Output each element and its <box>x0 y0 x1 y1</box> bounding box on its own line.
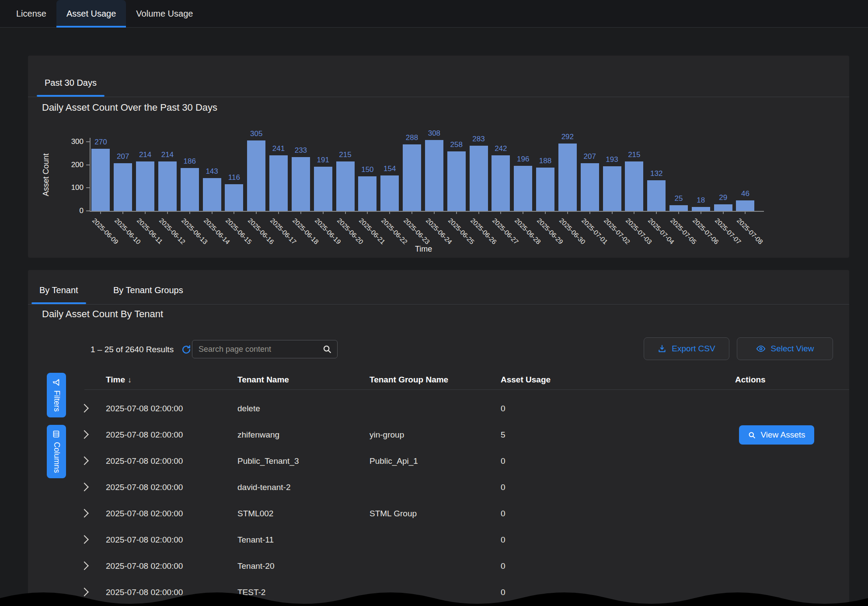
chart-bar <box>647 180 666 211</box>
chart-bar <box>203 178 221 211</box>
bar-value-label: 186 <box>176 157 204 166</box>
search-input[interactable] <box>192 345 322 354</box>
chart-bar <box>736 200 754 211</box>
chart-bar <box>514 166 532 211</box>
view-assets-button[interactable]: View Assets <box>739 425 814 445</box>
export-csv-label: Export CSV <box>672 344 715 354</box>
x-tick-mark <box>612 211 613 214</box>
column-header-tenant-group-name[interactable]: Tenant Group Name <box>370 375 448 385</box>
top-tab-asset-usage[interactable]: Asset Usage <box>56 0 126 27</box>
x-tick-mark <box>634 211 634 214</box>
column-header-label: Tenant Name <box>237 375 289 385</box>
row-expand-chevron-icon[interactable] <box>80 483 89 491</box>
table-row: 2025-07-08 02:00:00david-tenant-20 <box>28 474 849 501</box>
column-header-actions[interactable]: Actions <box>735 375 766 385</box>
chart-bar <box>158 161 177 211</box>
select-view-button[interactable]: Select View <box>737 337 833 360</box>
cell-asset-usage: 0 <box>501 483 505 492</box>
tabs-divider <box>28 97 849 97</box>
row-expand-chevron-icon[interactable] <box>80 404 89 413</box>
bar-value-label: 242 <box>487 144 515 153</box>
column-header-label: Time <box>106 375 125 385</box>
column-header-time[interactable]: Time↓ <box>106 375 132 385</box>
row-expand-chevron-icon[interactable] <box>80 588 89 596</box>
refresh-button[interactable] <box>181 345 191 354</box>
bar-value-label: 154 <box>376 165 404 173</box>
y-axis-title: Asset Count <box>42 153 51 196</box>
x-tick-mark <box>434 211 435 214</box>
column-header-tenant-name[interactable]: Tenant Name <box>237 375 289 385</box>
bar-value-label: 132 <box>642 169 670 178</box>
refresh-icon <box>181 345 191 354</box>
filter-icon <box>52 378 60 386</box>
x-tick-mark <box>122 211 123 214</box>
x-tick-mark <box>189 211 190 214</box>
bar-value-label: 308 <box>420 129 448 138</box>
table-row: 2025-07-08 02:00:00delete0 <box>28 396 849 422</box>
cell-tenant-name: Public_Tenant_3 <box>237 456 299 466</box>
x-tick-mark <box>145 211 146 214</box>
x-tick-mark <box>745 211 746 214</box>
cell-time: 2025-07-08 02:00:00 <box>106 456 183 466</box>
y-tick-mark <box>86 187 90 188</box>
cell-time: 2025-07-08 02:00:00 <box>106 430 183 440</box>
results-row: 1 – 25 of 2640 Results <box>91 339 191 361</box>
x-tick-mark <box>323 211 324 214</box>
row-expand-chevron-icon[interactable] <box>80 509 89 518</box>
chart-bar <box>114 163 132 211</box>
search-icon <box>748 431 756 439</box>
bar-value-label: 305 <box>242 130 270 138</box>
chart-bar <box>91 149 110 211</box>
x-tick-mark <box>234 211 234 214</box>
download-icon <box>658 344 666 353</box>
row-expand-chevron-icon[interactable] <box>80 535 89 544</box>
cell-asset-usage: 0 <box>501 561 505 571</box>
top-tab-license[interactable]: License <box>6 0 56 27</box>
column-header-asset-usage[interactable]: Asset Usage <box>501 375 551 385</box>
export-csv-button[interactable]: Export CSV <box>644 337 729 360</box>
x-axis-title: Time <box>415 245 432 254</box>
x-tick-mark <box>567 211 568 214</box>
cell-tenant-name: Tenant-20 <box>237 561 275 571</box>
chart-bar <box>558 144 577 211</box>
cell-asset-usage: 0 <box>501 535 505 545</box>
cell-time: 2025-07-08 02:00:00 <box>106 483 183 492</box>
cell-tenant-name: STML002 <box>237 509 273 518</box>
y-tick-label: 100 <box>63 183 84 192</box>
row-expand-chevron-icon[interactable] <box>80 430 89 439</box>
tenant-tabs-divider <box>28 304 849 305</box>
x-tick-mark <box>500 211 501 214</box>
cell-tenant-group-name: STML Group <box>370 509 417 518</box>
search-icon-wrap[interactable] <box>322 344 337 354</box>
top-tab-bar: LicenseAsset UsageVolume Usage <box>0 0 868 28</box>
cell-tenant-name: david-tenant-2 <box>237 483 290 492</box>
x-tick-mark <box>723 211 724 214</box>
bar-value-label: 215 <box>331 151 359 159</box>
y-tick-mark <box>86 165 90 165</box>
cell-asset-usage: 5 <box>501 430 505 440</box>
view-assets-label: View Assets <box>760 430 805 440</box>
screen: LicenseAsset UsageVolume Usage Past 30 D… <box>0 0 868 606</box>
chart-bar <box>358 176 376 211</box>
chart-bar <box>669 205 688 211</box>
column-header-label: Asset Usage <box>501 375 551 385</box>
tab-past-30-days[interactable]: Past 30 Days <box>37 69 105 97</box>
top-tab-volume-usage[interactable]: Volume Usage <box>126 0 203 27</box>
cell-time: 2025-07-08 02:00:00 <box>106 535 183 545</box>
chart-bar <box>380 175 399 211</box>
tab-by-tenant-groups[interactable]: By Tenant Groups <box>105 276 191 304</box>
table-row: 2025-07-08 02:00:00zhifenwangyin-group5V… <box>28 422 849 448</box>
row-expand-chevron-icon[interactable] <box>80 561 89 570</box>
table-row: 2025-07-08 02:00:00TEST-20 <box>28 579 849 606</box>
chart-bar <box>581 163 599 211</box>
x-tick-mark <box>278 211 279 214</box>
chart-bar <box>536 168 554 211</box>
search-icon <box>322 344 332 354</box>
cell-asset-usage: 0 <box>501 404 505 413</box>
row-expand-chevron-icon[interactable] <box>80 456 89 465</box>
tab-label: By Tenant <box>39 285 78 295</box>
column-header-label: Actions <box>735 375 766 385</box>
tab-by-tenant[interactable]: By Tenant <box>31 276 86 304</box>
bar-value-label: 292 <box>554 133 582 141</box>
chart-bar <box>225 184 243 211</box>
